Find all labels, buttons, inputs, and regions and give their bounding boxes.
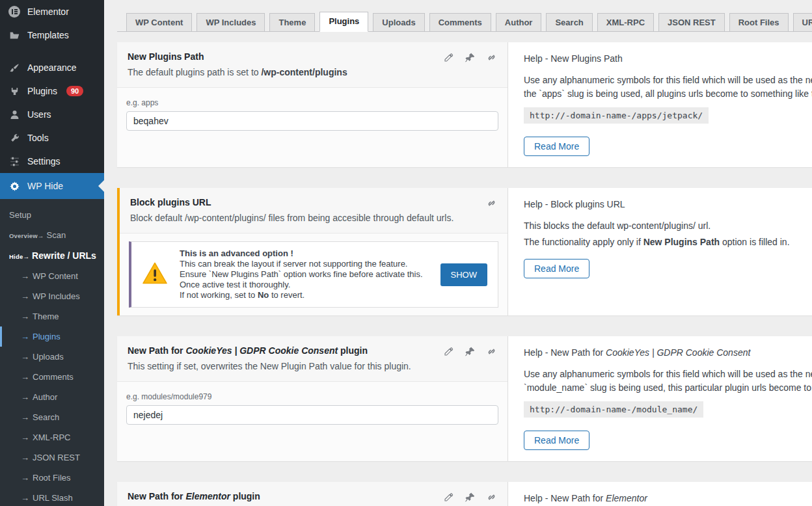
option-title: New Path for CookieYes | GDPR Cookie Con… [128, 345, 497, 356]
option-header-icons [443, 52, 497, 63]
tab-json-rest[interactable]: JSON REST [658, 13, 725, 32]
pencil-icon[interactable] [443, 52, 454, 63]
pin-icon[interactable] [465, 52, 476, 63]
tab-url-slash[interactable]: URL Slash [793, 13, 812, 32]
sidebar-item-settings[interactable]: Settings [0, 150, 104, 173]
submenu-item-uploads[interactable]: →Uploads [0, 347, 104, 367]
field-example-label: e.g. apps [126, 98, 498, 107]
sidebar-item-label: Settings [27, 156, 61, 166]
option-body: e.g. apps [117, 88, 508, 159]
help-title: Help - New Plugins Path [524, 53, 812, 64]
help-panel: Help - New Path for Elementor Use any al… [508, 482, 812, 506]
pin-icon[interactable] [465, 346, 476, 357]
submenu-item-wp-includes[interactable]: →WP Includes [0, 286, 104, 306]
tab-author[interactable]: Author [496, 13, 542, 32]
users-icon [8, 108, 21, 121]
elementor-icon [8, 5, 21, 18]
appearance-brush-icon [8, 61, 21, 74]
tab-wp-content[interactable]: WP Content [126, 13, 192, 32]
show-button[interactable]: SHOW [440, 263, 487, 286]
new-path-cookieyes-input[interactable] [126, 405, 498, 425]
new-plugins-path-input[interactable] [126, 111, 498, 131]
main-content: WP Content WP Includes Theme Plugins Upl… [104, 0, 812, 506]
plugins-plug-icon [8, 85, 21, 98]
advanced-option-warning: This is an advanced option ! This can br… [129, 241, 498, 308]
warning-triangle-icon [142, 261, 168, 287]
sidebar-item-templates[interactable]: Templates [0, 23, 104, 47]
option-row-new-path-cookieyes: New Path for CookieYes | GDPR Cookie Con… [117, 336, 812, 461]
example-url-code: http://-domain-name-/apps/jetpack/ [524, 107, 709, 124]
submenu-item-xml-rpc[interactable]: →XML-RPC [0, 427, 104, 447]
submenu-item-json-rest[interactable]: →JSON REST [0, 447, 104, 468]
tab-plugins[interactable]: Plugins [319, 12, 368, 32]
option-title: Block plugins URL [130, 197, 497, 207]
sidebar-item-label: WP Hide [27, 181, 63, 191]
help-title: Help - New Path for CookieYes | GDPR Coo… [524, 347, 812, 358]
submenu-item-search[interactable]: →Search [0, 407, 104, 427]
option-description: The default plugins path is set to /wp-c… [128, 67, 497, 77]
help-text: `module_name` slug is being used, this p… [524, 382, 812, 393]
settings-sliders-icon [8, 155, 21, 168]
sidebar-item-label: Appearance [27, 62, 77, 73]
submenu-item-comments[interactable]: →Comments [0, 367, 104, 387]
submenu-item-wp-content[interactable]: →WP Content [0, 266, 104, 286]
read-more-button[interactable]: Read More [524, 137, 589, 156]
submenu-item-theme[interactable]: →Theme [0, 306, 104, 326]
submenu-item-plugins[interactable]: →Plugins [0, 326, 104, 347]
read-more-button[interactable]: Read More [524, 259, 589, 278]
tab-search[interactable]: Search [546, 13, 592, 32]
sidebar-item-appearance[interactable]: Appearance [0, 56, 104, 79]
help-text: The functionality apply only if New Plug… [524, 237, 812, 247]
option-title: New Plugins Path [128, 51, 497, 62]
option-body: This is an advanced option ! This can br… [120, 233, 508, 315]
submenu-item-author[interactable]: →Author [0, 387, 104, 407]
pencil-icon[interactable] [443, 492, 454, 503]
sidebar-item-tools[interactable]: Tools [0, 126, 104, 150]
sidebar-item-elementor[interactable]: Elementor [0, 0, 104, 23]
help-text: Use any alphanumeric symbols for this fi… [524, 369, 812, 379]
wp-hide-gear-icon [8, 180, 21, 193]
help-title: Help - Block plugins URL [524, 199, 812, 209]
sidebar-item-label: Plugins [27, 86, 57, 96]
pin-icon[interactable] [465, 492, 476, 503]
option-header: New Path for Elementor plugin This setti… [117, 482, 508, 506]
read-more-button[interactable]: Read More [524, 431, 589, 450]
help-panel: Help - New Plugins Path Use any alphanum… [508, 42, 812, 167]
sidebar-item-wp-hide[interactable]: WP Hide [0, 173, 104, 199]
option-row-new-plugins-path: New Plugins Path The default plugins pat… [117, 42, 812, 167]
tab-wp-includes[interactable]: WP Includes [196, 13, 265, 32]
tab-xml-rpc[interactable]: XML-RPC [597, 13, 654, 32]
link-icon[interactable] [486, 346, 497, 357]
tools-wrench-icon [8, 131, 21, 144]
tab-theme[interactable]: Theme [269, 13, 315, 32]
submenu-item-root-files[interactable]: →Root Files [0, 468, 104, 488]
templates-folder-icon [8, 29, 21, 42]
sidebar-item-label: Elementor [27, 7, 69, 17]
help-text: the `apps` slug is being used, all plugi… [524, 88, 812, 99]
help-title: Help - New Path for Elementor [524, 493, 812, 503]
tab-comments[interactable]: Comments [429, 13, 491, 32]
sidebar-item-label: Templates [27, 30, 69, 40]
option-title: New Path for Elementor plugin [128, 491, 497, 501]
link-icon[interactable] [486, 52, 497, 63]
submenu-item-setup[interactable]: Setup [0, 205, 104, 225]
submenu-item-url-slash[interactable]: →URL Slash [0, 488, 104, 506]
settings-tab-bar: WP Content WP Includes Theme Plugins Upl… [117, 12, 812, 32]
tab-root-files[interactable]: Root Files [729, 13, 789, 32]
link-icon[interactable] [486, 492, 497, 503]
option-header: Block plugins URL Block default /wp-cont… [120, 188, 508, 233]
link-icon[interactable] [486, 198, 497, 209]
option-header: New Plugins Path The default plugins pat… [117, 42, 508, 88]
option-panel: New Path for Elementor plugin This setti… [117, 482, 508, 506]
submenu-item-scan[interactable]: Overview→Scan [0, 225, 104, 245]
current-menu-arrow [98, 180, 104, 192]
sidebar-item-users[interactable]: Users [0, 103, 104, 126]
sidebar-item-plugins[interactable]: Plugins 90 [0, 79, 104, 103]
sidebar-item-label: Users [27, 109, 51, 120]
sidebar-separator [0, 47, 104, 56]
tab-uploads[interactable]: Uploads [373, 13, 424, 32]
option-body: e.g. modules/module979 [117, 382, 508, 453]
option-panel: New Path for CookieYes | GDPR Cookie Con… [117, 336, 508, 461]
submenu-item-rewrite-urls[interactable]: Hide→Rewrite / URLs [0, 245, 104, 266]
pencil-icon[interactable] [443, 346, 454, 357]
